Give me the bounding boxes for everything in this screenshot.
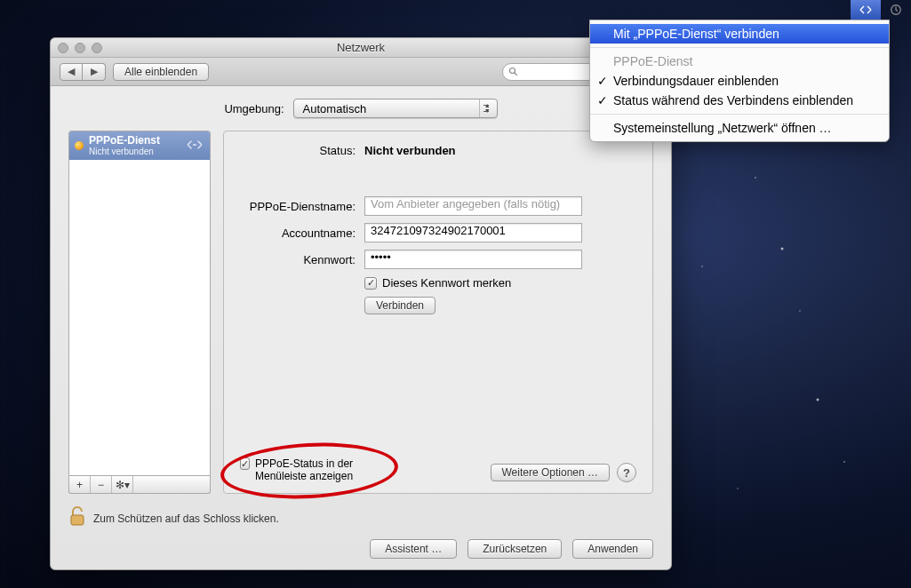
timemachine-icon[interactable]	[881, 0, 911, 20]
pppoe-name-input[interactable]: Vom Anbieter angegeben (falls nötig)	[364, 196, 582, 216]
add-service-button[interactable]: +	[69, 476, 91, 493]
service-name: PPPoE-Dienst	[89, 135, 180, 147]
menu-service-header: PPPoE-Dienst	[590, 52, 889, 71]
show-all-button[interactable]: Alle einblenden	[113, 63, 209, 81]
remove-service-button[interactable]: −	[91, 476, 112, 493]
toolbar: ◀ ▶ Alle einblenden	[51, 58, 671, 86]
lock-icon[interactable]	[68, 506, 86, 530]
svg-line-2	[515, 72, 517, 75]
status-indicator-icon	[75, 141, 84, 150]
back-button[interactable]: ◀	[60, 63, 83, 81]
menu-show-status[interactable]: Status während des Verbindens einblenden	[590, 91, 889, 110]
pppoe-dropdown: Mit „PPPoE-Dienst“ verbinden PPPoE-Diens…	[589, 20, 890, 142]
password-label: Kennwort:	[240, 253, 364, 266]
environment-label: Umgebung:	[224, 102, 284, 115]
account-input[interactable]: 324721097324902170001	[364, 223, 582, 242]
help-button[interactable]: ?	[617, 463, 636, 482]
more-options-button[interactable]: Weitere Optionen …	[491, 464, 611, 481]
service-sidebar: PPPoE-Dienst Nicht verbunden + − ✻▾	[68, 131, 211, 494]
zoom-button[interactable]	[92, 43, 102, 53]
remember-password-label: Dieses Kennwort merken	[382, 276, 511, 290]
menu-show-duration[interactable]: Verbindungsdauer einblenden	[590, 71, 889, 91]
service-actions-button[interactable]: ✻▾	[112, 476, 133, 493]
service-list[interactable]: PPPoE-Dienst Nicht verbunden	[68, 131, 211, 476]
password-input[interactable]: •••••	[364, 250, 582, 269]
service-list-toolbar: + − ✻▾	[68, 476, 211, 494]
lock-text: Zum Schützen auf das Schloss klicken.	[93, 513, 279, 525]
service-status: Nicht verbunden	[89, 147, 180, 156]
revert-button[interactable]: Zurücksetzen	[467, 539, 562, 559]
pppoe-menubar-icon[interactable]	[851, 0, 881, 20]
assistant-button[interactable]: Assistent …	[370, 539, 457, 559]
popup-arrows-icon: ▲▼	[479, 99, 495, 117]
menu-open-network-prefs[interactable]: Systemeinstellung „Netzwerk“ öffnen …	[590, 118, 889, 138]
network-window: Netzwerk ◀ ▶ Alle einblenden Umgebung: A…	[50, 37, 672, 570]
status-value: Nicht verbunden	[364, 144, 636, 157]
pppoe-name-label: PPPoE-Dienstname:	[240, 200, 364, 213]
list-toolbar-spacer	[133, 476, 210, 493]
menu-separator	[590, 47, 889, 48]
titlebar[interactable]: Netzwerk	[51, 38, 671, 58]
apply-button[interactable]: Anwenden	[572, 539, 653, 559]
service-item-pppoe[interactable]: PPPoE-Dienst Nicht verbunden	[69, 131, 210, 160]
forward-button[interactable]: ▶	[83, 63, 106, 81]
menu-separator	[590, 114, 889, 115]
svg-point-1	[510, 68, 515, 73]
minimize-button[interactable]	[75, 43, 85, 53]
environment-popup[interactable]: Automatisch ▲▼	[293, 99, 498, 118]
account-label: Accountname:	[240, 226, 364, 240]
menubar	[851, 0, 911, 20]
menu-connect[interactable]: Mit „PPPoE-Dienst“ verbinden	[590, 24, 889, 44]
environment-value: Automatisch	[303, 102, 367, 115]
pppoe-connector-icon	[185, 139, 204, 154]
status-label: Status:	[240, 144, 364, 157]
detail-panel: Status: Nicht verbunden PPPoE-Dienstname…	[223, 131, 653, 494]
traffic-lights[interactable]	[58, 43, 102, 53]
close-button[interactable]	[58, 43, 68, 53]
window-title: Netzwerk	[337, 41, 385, 54]
remember-password-checkbox[interactable]: ✓	[364, 277, 377, 290]
connect-button[interactable]: Verbinden	[364, 297, 436, 314]
svg-rect-3	[71, 515, 84, 525]
search-icon	[508, 67, 519, 77]
show-in-menubar-checkbox[interactable]: ✓	[240, 457, 250, 470]
show-in-menubar-label: PPPoE-Status in der Menüleiste anzeigen	[255, 457, 400, 482]
